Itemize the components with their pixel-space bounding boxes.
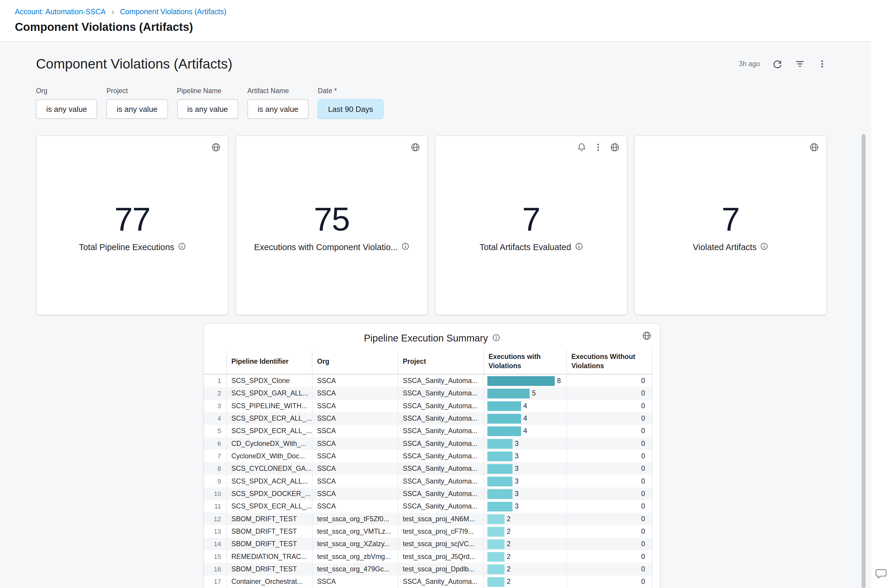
table-row[interactable]: 12SBOM_DRIFT_TESTtest_ssca_org_tF5Zf0...… bbox=[204, 513, 652, 525]
last-refreshed-label: 3h ago bbox=[739, 60, 760, 68]
info-icon[interactable] bbox=[493, 333, 500, 344]
cell-project: SSCA_Sanity_Automa... bbox=[397, 438, 483, 450]
cell-pipeline-identifier: SCS_SPDX_ACR_ALL... bbox=[226, 475, 312, 488]
table-row[interactable]: 5SCS_SPDX_ECR_ALL_...SSCASSCA_Sanity_Aut… bbox=[204, 425, 652, 437]
cell-executions-without-violations: 0 bbox=[566, 425, 653, 437]
violations-bar[interactable] bbox=[487, 539, 504, 549]
row-index: 5 bbox=[204, 425, 226, 437]
table-row[interactable]: 10SCS_SPDX_DOCKER_...SSCASSCA_Sanity_Aut… bbox=[204, 488, 652, 500]
table-row[interactable]: 17Container_Orchestrat...SSCASSCA_Sanity… bbox=[204, 576, 652, 588]
violations-bar[interactable] bbox=[487, 464, 513, 474]
table-row[interactable]: 15REMEDIATION_TRAC...test_ssca_org_zbVmg… bbox=[204, 550, 652, 563]
row-index: 16 bbox=[204, 563, 226, 576]
info-icon[interactable] bbox=[178, 242, 186, 252]
globe-icon[interactable] bbox=[810, 143, 819, 154]
cell-org: test_ssca_org_479Gc... bbox=[312, 563, 398, 576]
metric-label-row: Total Pipeline Executions bbox=[36, 242, 228, 252]
metric-label-row: Executions with Component Violatio... bbox=[236, 242, 427, 252]
violations-bar[interactable] bbox=[487, 489, 513, 499]
table-row[interactable]: 11SCS_SPDX_ECR_ALL_...SSCASSCA_Sanity_Au… bbox=[204, 500, 652, 513]
info-icon[interactable] bbox=[575, 242, 582, 252]
kebab-menu-icon[interactable] bbox=[818, 59, 827, 69]
table-row[interactable]: 2SCS_SPDX_GAR_ALL...SSCASSCA_Sanity_Auto… bbox=[204, 387, 652, 400]
violations-bar[interactable] bbox=[487, 376, 555, 386]
globe-icon[interactable] bbox=[642, 331, 651, 342]
table-row[interactable]: 4SCS_SPDX_ECR_ALL_...SSCASSCA_Sanity_Aut… bbox=[204, 412, 652, 425]
filter-value-org[interactable]: is any value bbox=[36, 99, 97, 118]
filter-value-pipeline-name[interactable]: is any value bbox=[177, 99, 238, 118]
violations-bar[interactable] bbox=[487, 414, 521, 424]
table-row[interactable]: 1SCS_SPDX_CloneSSCASSCA_Sanity_Automa...… bbox=[204, 375, 652, 387]
table-row[interactable]: 8SCS_CYCLONEDX_GA...SSCASSCA_Sanity_Auto… bbox=[204, 462, 652, 475]
cell-org: test_ssca_org_zbVmg... bbox=[312, 550, 398, 563]
cell-project: test_ssca_proj_J5Qrd... bbox=[397, 550, 483, 563]
table-header-row: Pipeline IdentifierOrgProjectExecutions … bbox=[204, 350, 652, 375]
violations-bar[interactable] bbox=[487, 477, 513, 486]
breadcrumb-account-link[interactable]: Account: Automation-SSCA bbox=[15, 8, 106, 16]
cell-org: SSCA bbox=[312, 500, 398, 513]
kebab-icon[interactable] bbox=[594, 143, 603, 154]
violations-bar[interactable] bbox=[487, 577, 504, 587]
cell-project: test_ssca_proj_4N6M... bbox=[397, 513, 483, 525]
table-row[interactable]: 7CycloneDX_With_Doc...SSCASSCA_Sanity_Au… bbox=[204, 450, 652, 462]
violations-bar[interactable] bbox=[487, 388, 529, 398]
cell-executions-with-violations: 3 bbox=[483, 475, 566, 488]
cell-executions-without-violations: 0 bbox=[566, 550, 653, 563]
violations-bar[interactable] bbox=[487, 565, 504, 574]
cell-executions-with-violations: 2 bbox=[483, 550, 566, 563]
filter-value-project[interactable]: is any value bbox=[106, 99, 167, 118]
violations-bar[interactable] bbox=[487, 439, 513, 448]
cell-pipeline-identifier: SBOM_DRIFT_TEST bbox=[226, 538, 312, 550]
cell-pipeline-identifier: Container_Orchestrat... bbox=[226, 576, 312, 588]
table-row[interactable]: 13SBOM_DRIFT_TESTtest_ssca_org_VMTLz...t… bbox=[204, 525, 652, 538]
globe-icon[interactable] bbox=[610, 143, 620, 154]
violations-bar[interactable] bbox=[487, 452, 513, 461]
violations-bar[interactable] bbox=[487, 552, 504, 562]
chat-help-icon[interactable] bbox=[875, 567, 887, 580]
violations-bar[interactable] bbox=[487, 514, 504, 524]
filter-value-artifact-name[interactable]: is any value bbox=[247, 99, 308, 118]
violations-bar[interactable] bbox=[487, 401, 521, 411]
filter-value-date[interactable]: Last 90 Days bbox=[318, 99, 384, 118]
cell-executions-with-violations: 2 bbox=[483, 576, 566, 588]
violations-count: 4 bbox=[523, 427, 527, 435]
cell-executions-with-violations: 4 bbox=[483, 400, 566, 412]
globe-icon[interactable] bbox=[411, 143, 420, 154]
table-row[interactable]: 3SCS_PIPELINE_WITH...SSCASSCA_Sanity_Aut… bbox=[204, 400, 652, 412]
table-row[interactable]: 6CD_CycloneDX_With_...SSCASSCA_Sanity_Au… bbox=[204, 438, 652, 450]
metric-card-executions-with-component-violatio: 75Executions with Component Violatio... bbox=[235, 135, 428, 315]
table-row[interactable]: 9SCS_SPDX_ACR_ALL...SSCASSCA_Sanity_Auto… bbox=[204, 475, 652, 488]
table-row[interactable]: 14SBOM_DRIFT_TESTtest_ssca_org_XZalzy...… bbox=[204, 538, 652, 550]
violations-bar[interactable] bbox=[487, 426, 521, 436]
refresh-icon[interactable] bbox=[773, 59, 782, 69]
row-index: 9 bbox=[204, 475, 226, 488]
violations-bar[interactable] bbox=[487, 527, 504, 537]
column-header-executions-without-violations[interactable]: Executions Without Violations bbox=[566, 350, 653, 374]
cell-project: SSCA_Sanity_Automa... bbox=[397, 576, 483, 588]
column-header-org[interactable]: Org bbox=[312, 350, 398, 374]
cell-org: test_ssca_org_VMTLz... bbox=[312, 525, 398, 538]
cell-executions-with-violations: 2 bbox=[483, 525, 566, 538]
globe-icon[interactable] bbox=[211, 143, 221, 154]
info-icon[interactable] bbox=[402, 242, 409, 252]
cell-executions-with-violations: 3 bbox=[483, 462, 566, 475]
cell-executions-with-violations: 3 bbox=[483, 500, 566, 513]
column-header-pipeline-identifier[interactable]: Pipeline Identifier bbox=[226, 350, 312, 374]
info-icon[interactable] bbox=[761, 242, 768, 252]
violations-bar[interactable] bbox=[487, 502, 513, 512]
breadcrumb-page-link[interactable]: Component Violations (Artifacts) bbox=[120, 8, 226, 16]
column-header-executions-with-violations[interactable]: Executions with Violations bbox=[483, 350, 566, 374]
alert-bell-icon[interactable] bbox=[577, 143, 586, 154]
filter-icon[interactable] bbox=[795, 59, 805, 69]
cell-executions-without-violations: 0 bbox=[566, 513, 653, 525]
row-index: 1 bbox=[204, 375, 226, 387]
filter-label: Pipeline Name bbox=[177, 87, 238, 94]
cell-pipeline-identifier: SCS_CYCLONEDX_GA... bbox=[226, 462, 312, 475]
vertical-scrollbar[interactable] bbox=[862, 134, 865, 588]
cell-org: SSCA bbox=[312, 438, 398, 450]
table-row[interactable]: 16SBOM_DRIFT_TESTtest_ssca_org_479Gc...t… bbox=[204, 563, 652, 576]
breadcrumb: Account: Automation-SSCA Component Viola… bbox=[15, 8, 874, 16]
column-header-project[interactable]: Project bbox=[397, 350, 483, 374]
cell-executions-without-violations: 0 bbox=[566, 488, 653, 500]
cell-executions-without-violations: 0 bbox=[566, 375, 653, 387]
